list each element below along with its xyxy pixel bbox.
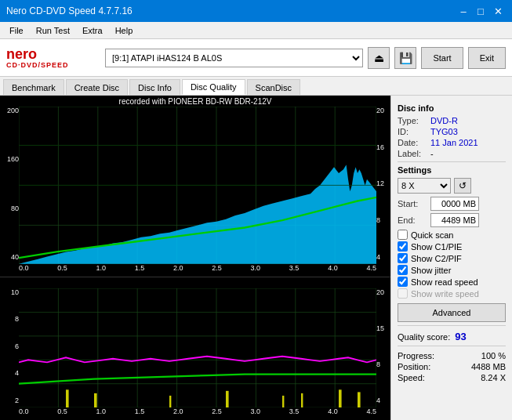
id-value: TYG03 — [430, 127, 458, 136]
titlebar: Nero CD-DVD Speed 4.7.7.16 – □ ✕ — [0, 0, 512, 22]
tab-bar: Benchmark Create Disc Disc Info Disc Qua… — [0, 77, 512, 96]
start-row: Start: — [398, 197, 506, 211]
progress-value: 100 % — [481, 351, 506, 360]
divider-3 — [398, 346, 506, 346]
menu-help[interactable]: Help — [109, 24, 140, 37]
type-label: Type: — [398, 116, 430, 125]
svg-rect-39 — [339, 389, 342, 407]
type-row: Type: DVD-R — [398, 116, 506, 125]
label-value: - — [430, 149, 434, 158]
start-input[interactable] — [430, 197, 479, 211]
start-label: Start: — [398, 199, 427, 208]
date-row: Date: 11 Jan 2021 — [398, 138, 506, 147]
quick-scan-label: Quick scan — [411, 230, 453, 240]
divider-1 — [398, 161, 506, 162]
show-c2pif-checkbox[interactable] — [398, 253, 408, 263]
maximize-button[interactable]: □ — [473, 3, 488, 19]
start-button[interactable]: Start — [421, 47, 463, 69]
x-axis-top: 0.0 0.5 1.0 1.5 2.0 2.5 3.0 3.5 4.0 4.5 — [19, 264, 376, 275]
drive-select[interactable]: [9:1] ATAPI iHAS124 B AL0S — [105, 49, 363, 67]
main-content: recorded with PIONEER BD-RW BDR-212V 200… — [0, 96, 512, 420]
progress-row: Progress: 100 % — [398, 351, 506, 360]
chart-title: recorded with PIONEER BD-RW BDR-212V — [119, 97, 272, 106]
show-c1pie-checkbox[interactable] — [398, 241, 408, 252]
position-label: Position: — [398, 362, 430, 371]
position-value: 4488 MB — [471, 362, 506, 371]
logo-nero: nero — [6, 47, 37, 61]
show-c1pie-label: Show C1/PIE — [411, 242, 462, 252]
x-axis-bottom: 0.0 0.5 1.0 1.5 2.0 2.5 3.0 3.5 4.0 4.5 — [19, 407, 376, 418]
svg-rect-35 — [169, 396, 171, 407]
show-write-speed-row: Show write speed — [398, 288, 506, 299]
speed-value: 8.24 X — [481, 373, 506, 382]
menu-file[interactable]: File — [3, 24, 30, 37]
titlebar-title: Nero CD-DVD Speed 4.7.7.16 — [6, 5, 456, 16]
refresh-button[interactable]: ↺ — [454, 178, 471, 194]
close-button[interactable]: ✕ — [490, 3, 506, 19]
end-label: End: — [398, 215, 427, 225]
divider-2 — [398, 325, 506, 326]
y-axis-left-bottom: 10 8 6 4 2 — [2, 277, 19, 406]
svg-rect-38 — [301, 393, 303, 407]
show-c2pif-row: Show C2/PIF — [398, 253, 506, 263]
show-jitter-label: Show jitter — [411, 266, 451, 275]
titlebar-controls: – □ ✕ — [456, 3, 506, 19]
tab-disc-quality[interactable]: Disc Quality — [182, 79, 245, 95]
quick-scan-checkbox[interactable] — [398, 230, 408, 240]
position-row: Position: 4488 MB — [398, 362, 506, 371]
chart-area: recorded with PIONEER BD-RW BDR-212V 200… — [0, 96, 390, 420]
svg-rect-34 — [94, 393, 97, 407]
settings-title: Settings — [398, 165, 506, 175]
logo-sub: CD·DVD/SPEED — [6, 61, 69, 69]
header: nero CD·DVD/SPEED [9:1] ATAPI iHAS124 B … — [0, 39, 512, 77]
quick-scan-row: Quick scan — [398, 230, 506, 240]
quality-score-value: 93 — [455, 331, 466, 342]
end-row: End: — [398, 213, 506, 227]
speed-label: Speed: — [398, 373, 425, 382]
y-axis-right-bottom: 20 15 8 4 — [376, 277, 389, 406]
save-button[interactable]: 💾 — [394, 47, 416, 69]
show-c1pie-row: Show C1/PIE — [398, 241, 506, 252]
menu-extra[interactable]: Extra — [76, 24, 109, 37]
tab-create-disc[interactable]: Create Disc — [66, 79, 128, 95]
menu-run-test[interactable]: Run Test — [30, 24, 76, 37]
tab-disc-info[interactable]: Disc Info — [129, 79, 180, 95]
chart-canvas-bottom — [19, 288, 376, 407]
svg-rect-33 — [66, 389, 69, 407]
quality-score-row: Quality score: 93 — [398, 331, 506, 342]
advanced-button[interactable]: Advanced — [398, 303, 506, 322]
chart-canvas-top — [19, 107, 376, 264]
label-label: Label: — [398, 149, 430, 158]
show-read-speed-checkbox[interactable] — [398, 277, 408, 287]
tab-scan-disc[interactable]: ScanDisc — [247, 79, 300, 95]
chart-top: recorded with PIONEER BD-RW BDR-212V 200… — [0, 96, 390, 277]
quality-score-label: Quality score: — [398, 332, 450, 342]
id-row: ID: TYG03 — [398, 127, 506, 136]
type-value: DVD-R — [430, 116, 458, 125]
disc-info-title: Disc info — [398, 103, 506, 113]
show-write-speed-checkbox[interactable] — [398, 288, 408, 299]
menubar: File Run Test Extra Help — [0, 22, 512, 39]
progress-label: Progress: — [398, 351, 434, 360]
progress-section: Progress: 100 % Position: 4488 MB Speed:… — [398, 351, 506, 382]
date-value: 11 Jan 2021 — [430, 138, 478, 147]
chart-bottom: 10 8 6 4 2 20 15 8 4 0.0 0.5 1.0 1.5 2.0… — [0, 277, 390, 420]
label-row: Label: - — [398, 149, 506, 158]
id-label: ID: — [398, 127, 430, 136]
show-jitter-checkbox[interactable] — [398, 265, 408, 275]
y-axis-left-top: 200 160 80 40 — [2, 96, 19, 262]
speed-select[interactable]: 8 X Max 2 X 4 X 6 X 12 X 16 X — [398, 178, 451, 194]
eject-button[interactable]: ⏏ — [368, 47, 390, 69]
show-read-speed-row: Show read speed — [398, 277, 506, 287]
svg-rect-37 — [282, 396, 284, 407]
show-read-speed-label: Show read speed — [411, 277, 478, 287]
end-input[interactable] — [430, 213, 479, 227]
minimize-button[interactable]: – — [456, 3, 471, 19]
svg-rect-40 — [358, 392, 361, 407]
exit-button[interactable]: Exit — [468, 47, 506, 69]
logo: nero CD·DVD/SPEED — [6, 43, 100, 73]
tab-benchmark[interactable]: Benchmark — [3, 79, 64, 95]
svg-rect-36 — [226, 391, 229, 407]
sidebar: Disc info Type: DVD-R ID: TYG03 Date: 11… — [390, 96, 512, 420]
date-label: Date: — [398, 138, 430, 147]
